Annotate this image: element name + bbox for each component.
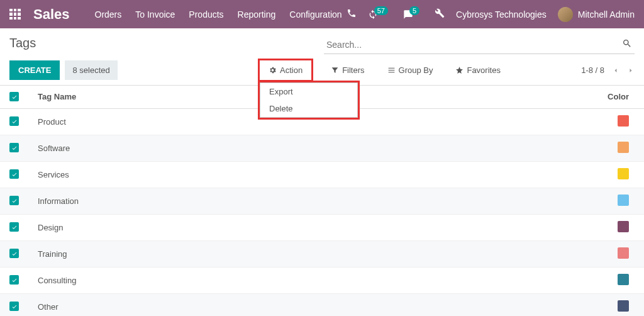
refresh-icon[interactable]: 57	[368, 9, 392, 20]
toolbar-center: Action Filters Group By Favorites	[258, 59, 506, 82]
row-checkbox[interactable]	[9, 169, 19, 179]
dropdown-delete[interactable]: Delete	[260, 100, 357, 117]
nav-to-invoice[interactable]: To Invoice	[135, 9, 175, 20]
table-row[interactable]: Design	[0, 214, 644, 240]
row-checkbox[interactable]	[9, 116, 19, 126]
table-row[interactable]: Consulting	[0, 267, 644, 293]
tags-table: Tag Name Color ProductSoftwareServicesIn…	[0, 86, 644, 316]
chevron-left-icon[interactable]	[612, 67, 619, 74]
star-icon	[455, 66, 464, 74]
brand[interactable]: Sales	[33, 6, 70, 23]
color-swatch[interactable]	[618, 115, 629, 127]
row-checkbox[interactable]	[9, 275, 19, 285]
color-swatch[interactable]	[618, 168, 629, 179]
topbar: Sales Orders To Invoice Products Reporti…	[0, 0, 644, 28]
row-checkbox[interactable]	[9, 302, 19, 311]
filters-button[interactable]: Filters	[326, 62, 369, 79]
groupby-button[interactable]: Group By	[382, 62, 438, 79]
tools-icon[interactable]	[435, 8, 445, 21]
tag-name-cell: Design	[28, 214, 598, 240]
tag-name-cell: Information	[28, 188, 598, 214]
chevron-right-icon[interactable]	[627, 67, 635, 74]
color-swatch[interactable]	[618, 142, 629, 153]
tag-name-cell: Software	[28, 135, 598, 161]
search-input[interactable]	[324, 36, 635, 54]
user-name: Mitchell Admin	[578, 9, 635, 20]
action-label: Action	[280, 65, 303, 75]
topbar-right: 57 5 Cybrosys Technologies Mitchell Admi…	[347, 7, 635, 22]
row-checkbox[interactable]	[9, 143, 19, 152]
table-row[interactable]: Other	[0, 293, 644, 316]
nav-orders[interactable]: Orders	[95, 9, 122, 20]
refresh-badge: 57	[374, 6, 388, 15]
dropdown-export[interactable]: Export	[260, 83, 357, 100]
table-row[interactable]: Software	[0, 135, 644, 161]
tag-name-cell: Consulting	[28, 267, 598, 293]
list-icon	[387, 66, 396, 74]
row-checkbox[interactable]	[9, 222, 19, 232]
checkbox-all[interactable]	[9, 92, 19, 101]
table-row[interactable]: Training	[0, 240, 644, 267]
color-swatch[interactable]	[618, 221, 629, 232]
apps-icon[interactable]	[9, 9, 21, 20]
pager: 1-8 / 8	[581, 65, 635, 75]
create-button[interactable]: CREATE	[9, 60, 60, 80]
nav-products[interactable]: Products	[189, 9, 223, 20]
pager-text: 1-8 / 8	[581, 65, 604, 75]
phone-icon[interactable]	[347, 8, 357, 21]
gear-icon	[269, 66, 277, 74]
action-button[interactable]: Action	[264, 62, 308, 79]
chat-badge: 5	[409, 6, 419, 15]
chat-icon[interactable]: 5	[403, 9, 423, 20]
row-checkbox[interactable]	[9, 196, 19, 205]
row-checkbox[interactable]	[9, 249, 19, 258]
action-highlight: Action	[258, 59, 313, 82]
table-row[interactable]: Services	[0, 161, 644, 188]
user-menu[interactable]: Mitchell Admin	[558, 7, 635, 22]
tag-name-cell: Services	[28, 161, 598, 188]
header-color[interactable]: Color	[598, 86, 644, 108]
search-wrap	[324, 36, 635, 54]
color-swatch[interactable]	[618, 247, 629, 259]
filters-label: Filters	[342, 65, 364, 75]
favorites-button[interactable]: Favorites	[450, 62, 505, 79]
color-swatch[interactable]	[618, 300, 629, 312]
color-swatch[interactable]	[618, 195, 629, 206]
tag-name-cell: Training	[28, 240, 598, 267]
filter-icon	[331, 66, 339, 74]
nav-reporting[interactable]: Reporting	[238, 9, 276, 20]
favorites-label: Favorites	[467, 65, 500, 75]
groupby-label: Group By	[399, 65, 433, 75]
search-icon[interactable]	[622, 38, 632, 48]
page-title: Tags	[9, 36, 311, 50]
table-row[interactable]: Information	[0, 188, 644, 214]
nav-configuration[interactable]: Configuration	[289, 9, 341, 20]
avatar	[558, 7, 573, 22]
selected-count[interactable]: 8 selected	[65, 60, 117, 80]
tag-name-cell: Other	[28, 293, 598, 316]
action-dropdown: Export Delete	[258, 81, 360, 120]
company-name[interactable]: Cybrosys Technologies	[456, 9, 547, 20]
nav-links: Orders To Invoice Products Reporting Con…	[95, 9, 347, 20]
subheader: Tags	[0, 28, 644, 54]
color-swatch[interactable]	[618, 274, 629, 285]
